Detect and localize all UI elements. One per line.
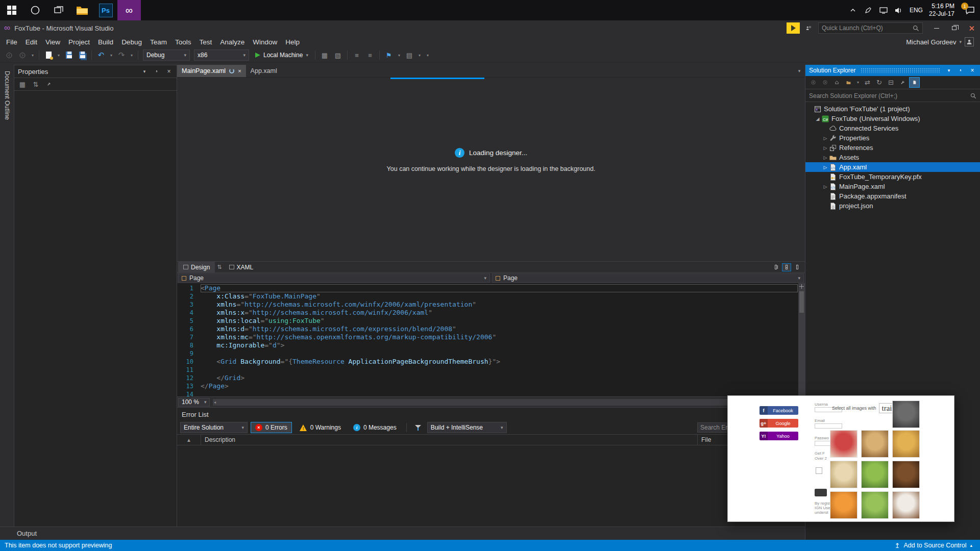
se-refresh-button[interactable]: ↻ [874,77,885,88]
splitter-grip[interactable] [798,283,805,290]
captcha-tile-soup-bowl[interactable] [830,461,857,488]
property-pages-button[interactable] [44,79,54,89]
scrollbar-thumb[interactable] [799,291,804,313]
code-line[interactable]: 2 x:Class="FoxTube.MainPage" [177,292,805,300]
captcha-tile-train[interactable] [892,400,920,428]
tree-item-project-json[interactable]: {}project.json [805,201,980,211]
tray-display-button[interactable] [876,0,891,20]
tray-volume-button[interactable] [891,0,906,20]
expanded-arrow-icon[interactable]: ◢ [814,116,821,121]
comment-dropdown[interactable]: ▾ [416,49,423,61]
clock[interactable]: 5:16 PM 22-Jul-17 [926,0,960,20]
tree-item-solution-foxtube-1-project[interactable]: Solution 'FoxTube' (1 project) [805,104,980,114]
tab-mainpage-xaml[interactable]: MainPage.xaml × [177,65,246,77]
errors-filter-button[interactable]: × 0 Errors [251,422,292,433]
code-line[interactable]: 10 <Grid Background="{ThemeResource Appl… [177,358,805,366]
visual-studio-button[interactable]: ∞ [117,0,141,20]
breadcrumb-left-dropdown[interactable]: Page ▾ [178,273,490,283]
intellisense-filter-button[interactable] [412,421,424,434]
menu-item-analyze[interactable]: Analyze [216,36,249,48]
tab-app-xaml[interactable]: App.xaml [246,65,282,77]
new-file-button[interactable] [42,49,55,61]
tray-pen-button[interactable] [861,0,876,20]
configuration-combo[interactable]: Debug ▾ [143,49,190,61]
close-tab-icon[interactable]: × [238,68,241,74]
zoom-combo[interactable]: 100 % ▾ [178,398,210,407]
captcha-tile-orange-fruit[interactable] [830,491,857,519]
solution-explorer-search-input[interactable]: Search Solution Explorer (Ctrl+;) [805,90,980,102]
xaml-view-tab[interactable]: XAML [224,262,259,272]
quick-launch-input[interactable]: Quick Launch (Ctrl+Q) [818,22,923,34]
outdent-button[interactable]: ≡ [364,49,376,61]
feedback-button[interactable] [803,23,814,33]
captcha-tile-strawberry-cake[interactable] [830,430,857,458]
window-position-dropdown[interactable]: ▾ [945,66,953,74]
tree-item-references[interactable]: ▷References [805,143,980,153]
code-line[interactable]: 14 [177,390,805,396]
close-panel-button[interactable]: × [968,66,976,74]
tree-item-foxtube-universal-windows[interactable]: ◢C#FoxTube (Universal Windows) [805,114,980,123]
swap-panes-icon[interactable]: ⇅ [215,264,224,270]
tree-item-package-appxmanifest[interactable]: Package.appxmanifest [805,191,980,201]
menu-item-edit[interactable]: Edit [21,36,41,48]
language-indicator[interactable]: ENG [906,0,926,20]
collapsed-arrow-icon[interactable]: ▷ [822,145,829,151]
xaml-code-editor[interactable]: 1<Page2 x:Class="FoxTube.MainPage"3 xmln… [177,283,805,396]
redo-button[interactable]: ↷ [115,49,128,61]
bookmark-button[interactable]: ⚑ [383,49,395,61]
overlay-window[interactable]: fFacebookg+GoogleY!Yahoo UsernaEmailPass… [727,395,954,522]
scroll-left-icon[interactable]: ◂ [214,400,216,405]
horizontal-split-button[interactable] [782,263,791,271]
menu-item-view[interactable]: View [41,36,64,48]
se-home-button[interactable] [831,77,842,88]
close-panel-button[interactable]: × [165,67,173,76]
description-column-header[interactable]: Description [201,435,697,445]
tree-item-app-xaml[interactable]: ▷</>App.xaml [805,162,980,172]
se-properties-button[interactable] [897,77,908,88]
se-forward-button[interactable] [820,77,830,88]
task-view-button[interactable] [47,0,70,20]
restore-button[interactable] [945,20,963,36]
code-line[interactable]: 11 [177,366,805,374]
cortana-button[interactable] [23,0,47,20]
solution-explorer-header[interactable]: Solution Explorer ▾ × [805,65,980,76]
minimize-button[interactable] [928,20,945,36]
close-button[interactable] [963,20,980,36]
user-account[interactable]: Michael Gordeev ▾ [906,37,980,46]
indent-button[interactable]: ≡ [351,49,363,61]
tree-item-mainpage-xaml[interactable]: ▷</>MainPage.xaml [805,182,980,191]
code-line[interactable]: 13</Page> [177,382,805,390]
se-collapse-all-button[interactable]: ⊟ [886,77,896,88]
alphabetical-button[interactable]: ⇅ [31,79,41,89]
menu-item-help[interactable]: Help [281,36,304,48]
code-line[interactable]: 5 xmlns:local="using:FoxTube" [177,317,805,325]
captcha-tile-pastry-dessert[interactable] [861,430,889,458]
window-position-dropdown[interactable]: ▾ [140,67,149,76]
undo-dropdown[interactable]: ▾ [108,49,114,61]
collapsed-arrow-icon[interactable]: ▷ [822,165,829,170]
build-filter-combo[interactable]: Build + IntelliSense ▾ [427,422,507,433]
design-view-tab[interactable]: Design [178,262,215,272]
code-line[interactable]: 8 mc:Ignorable="d"> [177,341,805,349]
menu-item-tools[interactable]: Tools [171,36,195,48]
breadcrumb-right-dropdown[interactable]: Page ▾ [492,273,804,283]
se-back-button[interactable] [808,77,819,88]
navigation-dropdown[interactable]: ▾ [30,49,36,61]
code-line[interactable]: 9 [177,349,805,358]
navigate-backward-button[interactable] [3,49,15,61]
notifications-flag-button[interactable] [787,22,800,34]
action-center-button[interactable]: 1 [960,0,980,20]
menu-item-file[interactable]: File [2,36,21,48]
start-button[interactable] [0,0,23,20]
collapsed-arrow-icon[interactable]: ▷ [822,155,829,160]
code-line[interactable]: 4 xmlns:x="http://schemas.microsoft.com/… [177,309,805,317]
code-line[interactable]: 12 </Grid> [177,374,805,382]
save-button[interactable] [63,49,75,61]
captcha-tile-coffee-beans[interactable] [892,461,920,488]
navigate-forward-button[interactable] [16,49,29,61]
captcha-tile-salad-plate[interactable] [861,491,889,519]
columns-button[interactable]: ▧ [332,49,344,61]
scope-combo[interactable]: Entire Solution ▾ [180,422,248,433]
bookmark-dropdown[interactable]: ▾ [396,49,402,61]
deploy-button[interactable]: ▦ [318,49,331,61]
